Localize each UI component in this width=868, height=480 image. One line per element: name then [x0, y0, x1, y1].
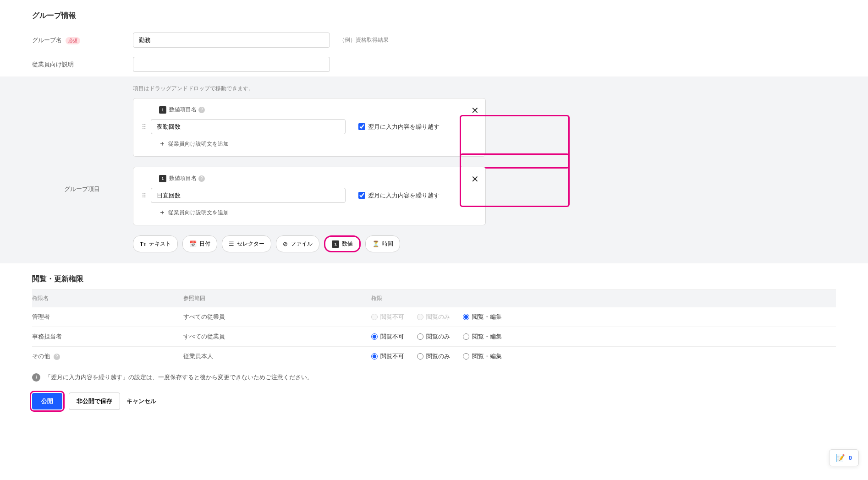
perm-radio-view-only[interactable]: 閲覧のみ — [417, 352, 450, 360]
carry-over-label: 翌月に入力内容を繰り越す — [368, 123, 439, 131]
perm-scope: 従業員本人 — [183, 352, 371, 360]
section-title-permissions: 閲覧・更新権限 — [0, 263, 868, 289]
group-name-label: グループ名 必須 — [32, 36, 133, 44]
type-button-time[interactable]: ⏳ 時間 — [365, 235, 400, 252]
carry-over-checkbox[interactable] — [358, 123, 365, 130]
save-private-button[interactable]: 非公開で保存 — [69, 393, 120, 410]
perm-name: その他 ? — [32, 352, 183, 360]
number-icon: 1 — [159, 175, 166, 182]
plus-icon: ＋ — [159, 140, 165, 148]
perm-header-scope: 参照範囲 — [183, 295, 371, 302]
type-button-selector[interactable]: ☰ セレクター — [222, 235, 271, 252]
hourglass-icon: ⏳ — [372, 240, 379, 247]
info-icon: i — [32, 373, 40, 382]
perm-radio-view-edit[interactable]: 閲覧・編集 — [463, 352, 502, 360]
carry-over-label: 翌月に入力内容を繰り越す — [368, 191, 439, 200]
type-button-date[interactable]: 📅 日付 — [182, 235, 217, 252]
list-icon: ☰ — [229, 240, 234, 247]
drag-handle-icon[interactable]: ⠿ — [142, 192, 145, 199]
close-icon[interactable]: ✕ — [471, 105, 479, 116]
perm-radio-no-view: 閲覧不可 — [371, 313, 404, 321]
perm-name: 管理者 — [32, 313, 183, 321]
perm-scope: すべての従業員 — [183, 313, 371, 321]
help-icon[interactable]: ? — [198, 107, 205, 113]
perm-name: 事務担当者 — [32, 333, 183, 341]
publish-button[interactable]: 公開 — [32, 393, 62, 409]
employee-description-input[interactable] — [133, 57, 330, 72]
type-button-file[interactable]: ⊘ ファイル — [276, 235, 319, 252]
info-note-text: 「翌月に入力内容を繰り越す」の設定は、一度保存すると後から変更できないためご注意… — [45, 373, 313, 382]
close-icon[interactable]: ✕ — [471, 174, 479, 185]
perm-radio-view-edit[interactable]: 閲覧・編集 — [463, 313, 502, 321]
item-type-label: 数値項目名 — [169, 175, 197, 182]
perm-radio-view-only: 閲覧のみ — [417, 313, 450, 321]
perm-header-perm: 権限 — [371, 295, 382, 302]
required-badge: 必須 — [66, 37, 80, 44]
perm-radio-no-view[interactable]: 閲覧不可 — [371, 352, 404, 360]
perm-radio-no-view[interactable]: 閲覧不可 — [371, 333, 404, 341]
group-name-example: （例）資格取得結果 — [339, 36, 389, 44]
group-name-input[interactable] — [133, 33, 330, 48]
cancel-button[interactable]: キャンセル — [126, 397, 156, 405]
section-title-group-info: グループ情報 — [0, 0, 868, 28]
perm-row: 管理者 すべての従業員 閲覧不可 閲覧のみ 閲覧・編集 — [32, 307, 836, 327]
employee-description-label: 従業員向け説明 — [32, 60, 133, 69]
item-type-label: 数値項目名 — [169, 106, 197, 114]
drag-hint-text: 項目はドラッグアンドドロップで移動できます。 — [133, 85, 836, 93]
type-button-number[interactable]: 1 数値 — [324, 235, 361, 252]
perm-radio-view-edit[interactable]: 閲覧・編集 — [463, 333, 502, 341]
carry-over-checkbox-wrap[interactable]: 翌月に入力内容を繰り越す — [355, 189, 443, 202]
perm-row: その他 ? 従業員本人 閲覧不可 閲覧のみ 閲覧・編集 — [32, 346, 836, 366]
calendar-icon: 📅 — [189, 240, 197, 247]
item-name-input[interactable] — [151, 119, 346, 134]
help-icon[interactable]: ? — [54, 354, 60, 360]
group-items-label: グループ項目 — [64, 185, 100, 193]
text-icon: Tт — [140, 240, 146, 247]
type-button-text[interactable]: Tт テキスト — [133, 235, 178, 252]
perm-scope: すべての従業員 — [183, 333, 371, 341]
perm-row: 事務担当者 すべての従業員 閲覧不可 閲覧のみ 閲覧・編集 — [32, 327, 836, 346]
perm-radio-view-only[interactable]: 閲覧のみ — [417, 333, 450, 341]
carry-over-checkbox-wrap[interactable]: 翌月に入力内容を繰り越す — [355, 120, 443, 134]
plus-icon: ＋ — [159, 208, 165, 217]
item-card: 1 数値項目名 ? ✕ ⠿ 翌月に入力内容を繰り越す ＋ — [133, 167, 486, 225]
carry-over-checkbox[interactable] — [358, 192, 365, 199]
help-icon[interactable]: ? — [198, 175, 205, 182]
number-icon: 1 — [332, 240, 339, 248]
drag-handle-icon[interactable]: ⠿ — [142, 123, 145, 131]
add-description-button[interactable]: ＋ 従業員向け説明文を追加 — [159, 208, 229, 217]
number-icon: 1 — [159, 106, 166, 114]
item-name-input[interactable] — [151, 188, 346, 203]
add-description-button[interactable]: ＋ 従業員向け説明文を追加 — [159, 140, 229, 148]
link-icon: ⊘ — [283, 240, 288, 247]
perm-header-name: 権限名 — [32, 295, 183, 302]
item-card: 1 数値項目名 ? ✕ ⠿ 翌月に入力内容を繰り越す ＋ — [133, 98, 486, 157]
